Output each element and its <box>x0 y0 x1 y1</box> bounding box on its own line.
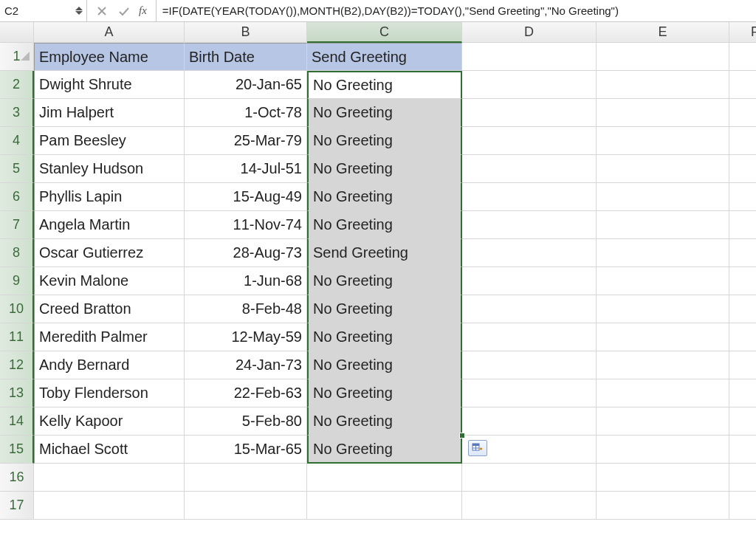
cell-A11[interactable]: Meredith Palmer <box>34 323 185 351</box>
cell-A9[interactable]: Kevin Malone <box>34 267 185 295</box>
cell-B12[interactable]: 24-Jan-73 <box>185 351 307 379</box>
cell-E14[interactable] <box>597 407 729 436</box>
cell-B11[interactable]: 12-May-59 <box>185 323 307 351</box>
autofill-options-button[interactable] <box>468 440 487 456</box>
row-header[interactable]: 13 <box>0 379 34 407</box>
row-header[interactable]: 11 <box>0 323 34 351</box>
cell-C14[interactable]: No Greeting <box>307 407 462 436</box>
cell-F8[interactable] <box>729 239 756 267</box>
cell-C8[interactable]: Send Greeting <box>307 239 462 267</box>
cell-B5[interactable]: 14-Jul-51 <box>185 155 307 183</box>
col-header-A[interactable]: A <box>34 22 185 43</box>
select-all-corner[interactable] <box>0 22 34 43</box>
cell-D5[interactable] <box>462 155 597 183</box>
cell-D11[interactable] <box>462 323 597 351</box>
cell-F10[interactable] <box>729 295 756 323</box>
fx-icon[interactable]: fx <box>139 4 148 17</box>
cell-A12[interactable]: Andy Bernard <box>34 351 185 379</box>
cell-E15[interactable] <box>597 436 729 464</box>
cancel-icon[interactable] <box>94 4 109 18</box>
row-header[interactable]: 4 <box>0 127 34 155</box>
row-header[interactable]: 9 <box>0 267 34 295</box>
cell-D2[interactable] <box>462 71 597 99</box>
row-header[interactable]: 15 <box>0 436 34 464</box>
cell-A15[interactable]: Michael Scott <box>34 436 185 464</box>
cell-F14[interactable] <box>729 407 756 436</box>
col-header-F[interactable]: F <box>729 22 756 43</box>
row-header[interactable]: 14 <box>0 407 34 436</box>
cell-E6[interactable] <box>597 183 729 211</box>
formula-input[interactable] <box>157 0 756 21</box>
cell-C17[interactable] <box>307 492 462 520</box>
cell-F4[interactable] <box>729 127 756 155</box>
cell-E3[interactable] <box>597 99 729 127</box>
cell-F5[interactable] <box>729 155 756 183</box>
row-header[interactable]: 6 <box>0 183 34 211</box>
cell-C15[interactable]: No Greeting <box>307 436 462 464</box>
row-header[interactable]: 5 <box>0 155 34 183</box>
cell-B13[interactable]: 22-Feb-63 <box>185 379 307 407</box>
cell-D9[interactable] <box>462 267 597 295</box>
cell-A2[interactable]: Dwight Shrute <box>34 71 185 99</box>
cell-D3[interactable] <box>462 99 597 127</box>
cell-C11[interactable]: No Greeting <box>307 323 462 351</box>
col-header-B[interactable]: B <box>185 22 307 43</box>
row-header[interactable]: 12 <box>0 351 34 379</box>
cell-B8[interactable]: 28-Aug-73 <box>185 239 307 267</box>
cell-A16[interactable] <box>34 464 185 492</box>
col-header-E[interactable]: E <box>597 22 729 43</box>
cell-C1[interactable]: Send Greeting <box>307 43 462 71</box>
cell-A5[interactable]: Stanley Hudson <box>34 155 185 183</box>
cell-E17[interactable] <box>597 492 729 520</box>
cell-C5[interactable]: No Greeting <box>307 155 462 183</box>
cell-A3[interactable]: Jim Halpert <box>34 99 185 127</box>
cell-A4[interactable]: Pam Beesley <box>34 127 185 155</box>
cell-A7[interactable]: Angela Martin <box>34 211 185 239</box>
cell-C13[interactable]: No Greeting <box>307 379 462 407</box>
cell-F16[interactable] <box>729 464 756 492</box>
cell-C4[interactable]: No Greeting <box>307 127 462 155</box>
cell-F9[interactable] <box>729 267 756 295</box>
cell-A14[interactable]: Kelly Kapoor <box>34 407 185 436</box>
cell-D14[interactable] <box>462 407 597 436</box>
cell-E7[interactable] <box>597 211 729 239</box>
cell-C6[interactable]: No Greeting <box>307 183 462 211</box>
cell-C12[interactable]: No Greeting <box>307 351 462 379</box>
cell-F11[interactable] <box>729 323 756 351</box>
cell-E5[interactable] <box>597 155 729 183</box>
cell-E1[interactable] <box>597 43 729 71</box>
cell-A6[interactable]: Phyllis Lapin <box>34 183 185 211</box>
enter-icon[interactable] <box>117 4 131 18</box>
cell-F3[interactable] <box>729 99 756 127</box>
cell-E10[interactable] <box>597 295 729 323</box>
cell-B7[interactable]: 11-Nov-74 <box>185 211 307 239</box>
cell-F15[interactable] <box>729 436 756 464</box>
cell-F2[interactable] <box>729 71 756 99</box>
col-header-D[interactable]: D <box>462 22 597 43</box>
cell-D7[interactable] <box>462 211 597 239</box>
cell-C10[interactable]: No Greeting <box>307 295 462 323</box>
cell-A13[interactable]: Toby Flenderson <box>34 379 185 407</box>
row-header[interactable]: 8 <box>0 239 34 267</box>
row-header[interactable]: 10 <box>0 295 34 323</box>
cell-A1[interactable]: Employee Name <box>34 43 185 71</box>
row-header[interactable]: 2 <box>0 71 34 99</box>
cell-B16[interactable] <box>185 464 307 492</box>
cell-E16[interactable] <box>597 464 729 492</box>
cell-C9[interactable]: No Greeting <box>307 267 462 295</box>
cell-B6[interactable]: 15-Aug-49 <box>185 183 307 211</box>
cell-B10[interactable]: 8-Feb-48 <box>185 295 307 323</box>
row-header[interactable]: 16 <box>0 464 34 492</box>
cell-B4[interactable]: 25-Mar-79 <box>185 127 307 155</box>
cell-B9[interactable]: 1-Jun-68 <box>185 267 307 295</box>
cell-F17[interactable] <box>729 492 756 520</box>
cell-C16[interactable] <box>307 464 462 492</box>
cell-F13[interactable] <box>729 379 756 407</box>
cell-F7[interactable] <box>729 211 756 239</box>
col-header-C[interactable]: C <box>307 22 462 43</box>
cell-A8[interactable]: Oscar Gutierrez <box>34 239 185 267</box>
cell-E9[interactable] <box>597 267 729 295</box>
cell-C2[interactable]: No Greeting <box>307 71 462 99</box>
cell-E4[interactable] <box>597 127 729 155</box>
name-box-stepper[interactable] <box>72 7 86 15</box>
